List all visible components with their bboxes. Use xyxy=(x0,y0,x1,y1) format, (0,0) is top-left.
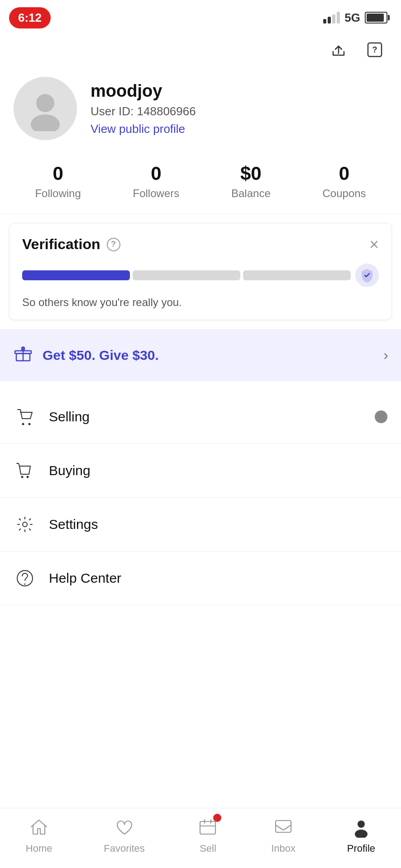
menu-item-settings[interactable]: Settings xyxy=(0,498,401,552)
nav-home[interactable]: Home xyxy=(19,816,60,854)
verification-header: Verification ? × xyxy=(22,236,379,253)
referral-banner[interactable]: Get $50. Give $30. › xyxy=(0,329,401,381)
svg-point-7 xyxy=(29,423,31,425)
svg-point-12 xyxy=(24,584,26,585)
chevron-right-icon: › xyxy=(383,347,388,363)
favorites-icon xyxy=(113,816,136,839)
profile-icon xyxy=(349,816,373,839)
svg-text:?: ? xyxy=(372,45,377,54)
stat-balance[interactable]: $0 Balance xyxy=(231,163,271,200)
settings-icon xyxy=(14,513,36,536)
stat-coupons[interactable]: 0 Coupons xyxy=(323,163,366,200)
help-button[interactable]: ? xyxy=(361,36,388,63)
nav-sell[interactable]: Sell xyxy=(189,816,227,854)
share-button[interactable] xyxy=(325,36,352,63)
svg-point-8 xyxy=(21,476,24,478)
avatar xyxy=(14,77,77,140)
svg-point-2 xyxy=(36,94,54,112)
progress-segment-2 xyxy=(133,270,240,280)
svg-point-10 xyxy=(23,522,27,527)
svg-point-3 xyxy=(31,114,60,131)
bottom-nav: Home Favorites Sell Inbox xyxy=(0,808,401,868)
svg-point-6 xyxy=(22,423,24,425)
battery-icon xyxy=(365,12,387,24)
signal-icon xyxy=(323,12,340,24)
shield-icon xyxy=(355,264,379,287)
verification-description: So others know you're really you. xyxy=(22,296,379,309)
followers-value: 0 xyxy=(151,163,161,184)
settings-label: Settings xyxy=(49,517,98,532)
user-id: User ID: 148806966 xyxy=(91,104,196,118)
nav-favorites[interactable]: Favorites xyxy=(96,816,152,854)
followers-label: Followers xyxy=(133,187,180,200)
referral-text: Get $50. Give $30. xyxy=(43,348,374,363)
profile-nav-label: Profile xyxy=(347,843,375,854)
profile-info: moodjoy User ID: 148806966 View public p… xyxy=(91,81,196,136)
progress-segment-3 xyxy=(243,270,351,280)
buying-icon xyxy=(14,459,36,482)
sell-nav-label: Sell xyxy=(200,843,216,854)
verification-card: Verification ? × So others know you're r… xyxy=(9,223,392,320)
svg-point-9 xyxy=(27,476,29,478)
network-label: 5G xyxy=(344,11,360,25)
gift-icon xyxy=(13,343,33,368)
coupons-label: Coupons xyxy=(323,187,366,200)
following-label: Following xyxy=(35,187,81,200)
time-display: 6:12 xyxy=(9,7,51,28)
nav-inbox[interactable]: Inbox xyxy=(264,816,303,854)
view-public-profile-link[interactable]: View public profile xyxy=(91,122,196,136)
top-actions: ? xyxy=(0,32,401,68)
selling-label: Selling xyxy=(49,409,90,425)
svg-point-16 xyxy=(355,830,368,838)
nav-profile[interactable]: Profile xyxy=(340,816,382,854)
progress-segments xyxy=(22,270,351,280)
menu-item-selling[interactable]: Selling xyxy=(0,390,401,444)
verification-help-icon[interactable]: ? xyxy=(107,238,120,251)
progress-segment-1 xyxy=(22,270,130,280)
selling-dot xyxy=(375,410,387,423)
home-icon xyxy=(27,816,51,839)
verification-title: Verification ? xyxy=(22,236,120,253)
menu-section: Selling Buying Settings xyxy=(0,390,401,605)
balance-value: $0 xyxy=(240,163,262,184)
status-bar: 6:12 5G xyxy=(0,0,401,32)
menu-item-help[interactable]: Help Center xyxy=(0,552,401,605)
status-icons: 5G xyxy=(323,11,387,25)
svg-point-15 xyxy=(358,821,365,828)
profile-section: moodjoy User ID: 148806966 View public p… xyxy=(0,68,401,154)
help-center-icon xyxy=(14,567,36,590)
svg-rect-13 xyxy=(200,821,215,834)
sell-badge xyxy=(213,814,221,822)
buying-label: Buying xyxy=(49,463,91,478)
inbox-nav-label: Inbox xyxy=(271,843,296,854)
home-nav-label: Home xyxy=(26,843,53,854)
inbox-icon xyxy=(272,816,295,839)
balance-label: Balance xyxy=(231,187,271,200)
username: moodjoy xyxy=(91,81,196,101)
selling-icon xyxy=(14,406,36,428)
favorites-nav-label: Favorites xyxy=(104,843,144,854)
verification-progress xyxy=(22,264,379,287)
following-value: 0 xyxy=(53,163,63,184)
stats-row: 0 Following 0 Followers $0 Balance 0 Cou… xyxy=(0,154,401,214)
verification-close-button[interactable]: × xyxy=(369,236,379,253)
stat-followers[interactable]: 0 Followers xyxy=(133,163,180,200)
menu-item-buying[interactable]: Buying xyxy=(0,444,401,498)
help-label: Help Center xyxy=(49,571,121,586)
stat-following[interactable]: 0 Following xyxy=(35,163,81,200)
coupons-value: 0 xyxy=(339,163,349,184)
sell-icon xyxy=(196,816,220,839)
